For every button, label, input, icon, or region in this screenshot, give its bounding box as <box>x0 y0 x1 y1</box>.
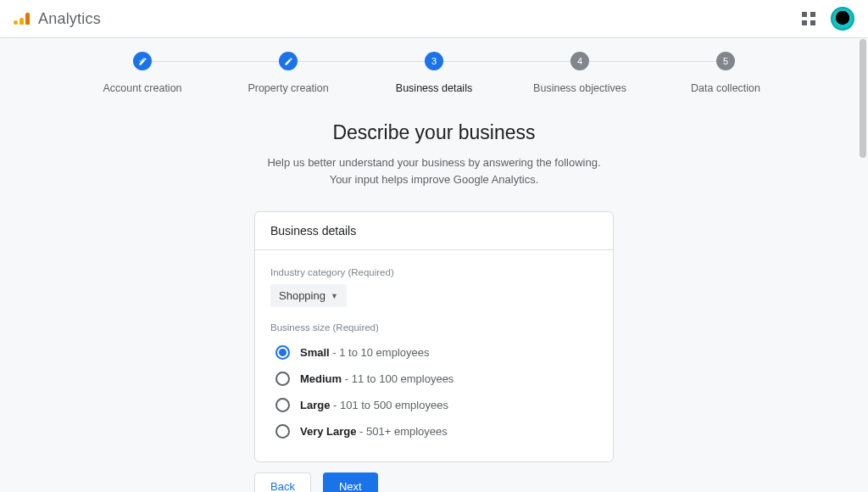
radio-name: Medium <box>300 372 342 385</box>
step-label: Property creation <box>248 82 328 94</box>
step-property-creation[interactable]: Property creation <box>215 52 361 94</box>
header-left: Analytics <box>14 10 101 28</box>
radio-name: Large <box>300 399 330 411</box>
radio-icon <box>275 345 290 360</box>
step-label: Business objectives <box>533 82 626 94</box>
radio-desc: - 11 to 100 employees <box>342 372 453 385</box>
page-title: Describe your business <box>0 121 868 144</box>
avatar[interactable] <box>831 7 854 31</box>
main-content: Describe your business Help us better un… <box>0 94 868 492</box>
step-label: Data collection <box>691 82 760 94</box>
step-account-creation[interactable]: Account creation <box>70 52 215 94</box>
radio-desc: - 101 to 500 employees <box>330 399 448 411</box>
industry-label: Industry category (Required) <box>270 267 598 277</box>
next-button[interactable]: Next <box>323 472 378 492</box>
industry-value: Shopping <box>279 289 326 302</box>
page-subtitle-line1: Help us better understand your business … <box>267 156 600 169</box>
radio-desc: - 1 to 10 employees <box>330 346 430 359</box>
page-subtitle-line2: Your input helps improve Google Analytic… <box>330 173 539 186</box>
app-title: Analytics <box>38 10 101 28</box>
business-size-label: Business size (Required) <box>270 322 598 333</box>
step-business-objectives: 4 Business objectives <box>507 52 653 94</box>
radio-icon <box>275 424 290 439</box>
step-todo-icon: 4 <box>570 52 589 70</box>
step-todo-icon: 5 <box>716 52 735 70</box>
radio-option-small[interactable]: Small - 1 to 10 employees <box>270 339 598 366</box>
stepper: Account creation Property creation 3 Bus… <box>0 38 868 94</box>
radio-option-large[interactable]: Large - 101 to 500 employees <box>270 392 598 418</box>
chevron-down-icon: ▼ <box>331 292 338 300</box>
business-details-card: Business details Industry category (Requ… <box>254 211 614 462</box>
step-label: Account creation <box>103 82 181 94</box>
step-done-icon <box>279 52 298 70</box>
radio-name: Small <box>300 346 330 359</box>
apps-grid-icon[interactable] <box>802 12 815 25</box>
step-current-icon: 3 <box>425 52 443 70</box>
step-label: Business details <box>396 82 472 94</box>
back-button[interactable]: Back <box>254 472 311 492</box>
step-data-collection: 5 Data collection <box>653 52 798 94</box>
radio-name: Very Large <box>300 425 357 438</box>
radio-desc: - 501+ employees <box>357 425 448 438</box>
radio-option-medium[interactable]: Medium - 11 to 100 employees <box>270 366 598 392</box>
step-done-icon <box>133 52 152 70</box>
scrollbar[interactable] <box>860 39 866 158</box>
industry-select[interactable]: Shopping ▼ <box>270 284 347 307</box>
radio-option-very-large[interactable]: Very Large - 501+ employees <box>270 418 598 444</box>
radio-icon <box>275 398 290 412</box>
analytics-logo-icon <box>14 13 30 25</box>
step-business-details[interactable]: 3 Business details <box>361 52 507 94</box>
card-header: Business details <box>255 212 613 250</box>
action-row: Back Next <box>254 472 614 492</box>
radio-icon <box>275 372 290 386</box>
header-right <box>802 7 854 31</box>
app-header: Analytics <box>0 0 868 38</box>
business-size-radio-group: Small - 1 to 10 employees Medium - 11 to… <box>270 339 598 444</box>
page-subtitle: Help us better understand your business … <box>0 154 868 187</box>
